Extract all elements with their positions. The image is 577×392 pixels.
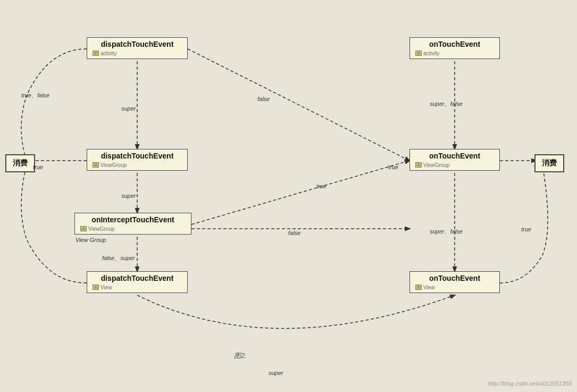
- node-ontouch-mid-badge: ≡ ViewGroup: [415, 161, 494, 168]
- watermark: http://blog.csdn.net/u012551350: [488, 380, 572, 387]
- badge-icon-5: ≡: [80, 226, 87, 231]
- badge-icon-6: ≡: [93, 285, 99, 290]
- consume-right: 消费: [534, 154, 564, 172]
- edge-label-true-1: true: [33, 164, 43, 170]
- node-ontouch-top: onTouchEvent ≡ activity: [409, 37, 500, 59]
- edge-label-true-2: true: [316, 183, 327, 189]
- badge-icon-3: ≡: [93, 162, 99, 168]
- badge-icon: ≡: [93, 51, 99, 56]
- node-dispatch-bot-badge: ≡ View: [93, 283, 182, 290]
- node-ontouch-top-badge: ≡ activity: [415, 49, 494, 56]
- badge-icon-2: ≡: [415, 51, 422, 56]
- node-dispatch-mid-label: dispatchTouchEvent: [101, 152, 174, 160]
- diagram-arrows: [0, 0, 577, 392]
- node-ontouch-top-label: onTouchEvent: [429, 40, 480, 48]
- edge-label-super-1: super: [121, 105, 136, 112]
- node-intercept: onInterceptTouchEvent ≡ ViewGroup: [74, 213, 191, 235]
- edge-label-true-3: true: [388, 164, 398, 170]
- node-ontouch-mid-label: onTouchEvent: [429, 152, 480, 160]
- consume-left: 消费: [5, 154, 35, 172]
- edge-label-true-false-left: true、false: [21, 91, 49, 99]
- edge-label-false-super: false、super: [102, 254, 135, 262]
- diagram-container: dispatchTouchEvent ≡ activity onTouchEve…: [0, 0, 577, 392]
- consume-left-label: 消费: [13, 159, 28, 167]
- node-ontouch-bot-badge: ≡ View: [415, 283, 494, 290]
- node-dispatch-mid: dispatchTouchEvent ≡ ViewGroup: [87, 149, 188, 171]
- node-dispatch-top-badge: ≡ activity: [93, 49, 182, 56]
- node-ontouch-bot: onTouchEvent ≡ View: [409, 271, 500, 293]
- node-dispatch-bot-label: dispatchTouchEvent: [101, 274, 174, 282]
- node-dispatch-top: dispatchTouchEvent ≡ activity: [87, 37, 188, 59]
- node-intercept-label: onInterceptTouchEvent: [91, 215, 174, 224]
- node-dispatch-mid-badge: ≡ ViewGroup: [93, 161, 182, 168]
- edge-label-super-false-1: super、false: [430, 100, 463, 108]
- badge-icon-4: ≡: [415, 162, 422, 168]
- edge-label-super-false-2: super、false: [430, 228, 463, 236]
- edge-label-true-4: true: [521, 226, 531, 232]
- node-ontouch-mid: onTouchEvent ≡ ViewGroup: [409, 149, 500, 171]
- node-intercept-badge: ≡ ViewGroup: [80, 225, 186, 232]
- edge-label-super-2: super: [121, 193, 136, 199]
- diagram-caption: 图2.: [234, 351, 247, 361]
- badge-icon-7: ≡: [415, 285, 422, 290]
- node-dispatch-top-label: dispatchTouchEvent: [101, 40, 174, 48]
- view-group-label[interactable]: View Group: [76, 237, 106, 243]
- edge-label-false-1: false: [257, 96, 270, 102]
- edge-label-super-3: super: [269, 370, 283, 376]
- consume-right-label: 消费: [542, 159, 557, 167]
- node-ontouch-bot-label: onTouchEvent: [429, 274, 480, 282]
- svg-line-1: [188, 49, 409, 161]
- edge-label-false-2: false: [288, 230, 300, 236]
- node-dispatch-bot: dispatchTouchEvent ≡ View: [87, 271, 188, 293]
- svg-line-6: [191, 161, 409, 224]
